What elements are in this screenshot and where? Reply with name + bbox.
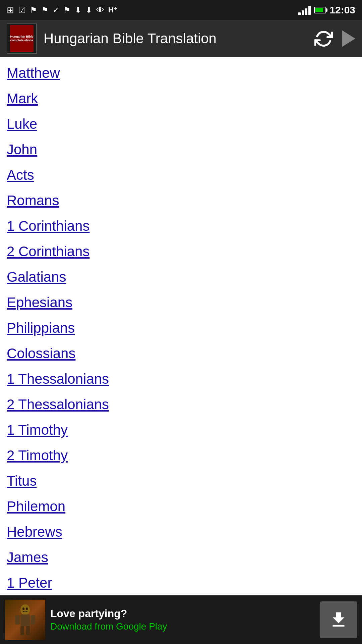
ad-main-text: Love partying? xyxy=(50,607,315,620)
svg-rect-4 xyxy=(20,626,24,635)
app-logo-inner: Hungarian Bible complete ebook xyxy=(10,25,34,52)
book-item-colossians[interactable]: Colossians xyxy=(7,341,355,366)
book-item-luke[interactable]: Luke xyxy=(7,111,355,137)
ad-image-placeholder xyxy=(5,600,45,640)
svg-rect-3 xyxy=(31,615,35,625)
book-item-2-corinthians[interactable]: 2 Corinthians xyxy=(7,239,355,264)
book-item-titus[interactable]: Titus xyxy=(7,468,355,494)
svg-point-7 xyxy=(26,607,28,610)
book-item-mark[interactable]: Mark xyxy=(7,86,355,111)
checkmark-icon: ✓ xyxy=(53,5,59,15)
ad-image xyxy=(5,600,45,640)
bookmark-icon-3: ⚑ xyxy=(63,5,71,15)
book-item-philippians[interactable]: Philippians xyxy=(7,315,355,341)
app-logo-text: Hungarian Bible complete ebook xyxy=(10,35,33,42)
refresh-button[interactable] xyxy=(312,27,335,50)
app-header-title: Hungarian Bible Translation xyxy=(44,31,305,47)
book-item-2-thessalonians[interactable]: 2 Thessalonians xyxy=(7,392,355,417)
ad-sub-text: Download from Google Play xyxy=(50,621,315,632)
status-bar: ⊞ ☑ ⚑ ⚑ ✓ ⚑ ⬇ ⬇ 👁 H⁺ 12:03 xyxy=(0,0,362,20)
add-tab-icon: ⊞ xyxy=(7,5,14,15)
svg-point-0 xyxy=(20,604,30,615)
status-bar-right: 12:03 xyxy=(298,4,355,16)
app-logo: Hungarian Bible complete ebook xyxy=(7,23,37,54)
svg-rect-5 xyxy=(26,626,30,635)
book-item-philemon[interactable]: Philemon xyxy=(7,494,355,519)
book-item-ephesians[interactable]: Ephesians xyxy=(7,290,355,315)
book-item-1-peter[interactable]: 1 Peter xyxy=(7,570,355,596)
signal-bar-3 xyxy=(305,8,307,15)
book-list: MatthewMarkLukeJohnActsRomans1 Corinthia… xyxy=(0,57,362,644)
signal-triangle-icon xyxy=(342,30,355,47)
book-item-romans[interactable]: Romans xyxy=(7,188,355,213)
ad-text-container: Love partying? Download from Google Play xyxy=(50,607,315,632)
status-bar-left: ⊞ ☑ ⚑ ⚑ ✓ ⚑ ⬇ ⬇ 👁 H⁺ xyxy=(7,5,118,15)
check-tab-icon: ☑ xyxy=(18,5,26,15)
book-item-john[interactable]: John xyxy=(7,137,355,162)
download-icon-1: ⬇ xyxy=(75,5,81,15)
svg-rect-2 xyxy=(15,615,20,625)
signal-bar-4 xyxy=(308,6,311,15)
app-header: Hungarian Bible complete ebook Hungarian… xyxy=(0,20,362,57)
signal-bars-icon xyxy=(298,5,311,15)
book-item-1-thessalonians[interactable]: 1 Thessalonians xyxy=(7,366,355,392)
ad-banner: Love partying? Download from Google Play xyxy=(0,595,362,644)
battery-fill xyxy=(315,8,323,12)
ad-download-button[interactable] xyxy=(320,601,357,638)
download-arrow-icon xyxy=(328,610,349,630)
book-item-2-timothy[interactable]: 2 Timothy xyxy=(7,443,355,468)
book-item-acts[interactable]: Acts xyxy=(7,162,355,188)
signal-bar-1 xyxy=(298,12,301,15)
book-item-james[interactable]: James xyxy=(7,545,355,570)
refresh-svg-icon xyxy=(314,30,333,48)
warrior-icon xyxy=(12,603,39,637)
book-item-hebrews[interactable]: Hebrews xyxy=(7,519,355,545)
bookmark-icon-1: ⚑ xyxy=(30,5,37,15)
book-item-1-timothy[interactable]: 1 Timothy xyxy=(7,417,355,443)
book-item-matthew[interactable]: Matthew xyxy=(7,60,355,86)
svg-rect-1 xyxy=(20,614,30,626)
hplus-icon: H⁺ xyxy=(108,6,118,14)
book-item-galatians[interactable]: Galatians xyxy=(7,264,355,290)
eye-icon: 👁 xyxy=(96,5,104,15)
download-icon-2: ⬇ xyxy=(85,5,92,15)
battery-tip xyxy=(326,8,327,12)
signal-bar-2 xyxy=(302,10,304,15)
book-item-1-corinthians[interactable]: 1 Corinthians xyxy=(7,213,355,239)
svg-point-6 xyxy=(22,607,24,610)
status-time: 12:03 xyxy=(329,4,355,16)
bookmark-icon-2: ⚑ xyxy=(41,5,49,15)
battery-icon xyxy=(314,7,326,13)
